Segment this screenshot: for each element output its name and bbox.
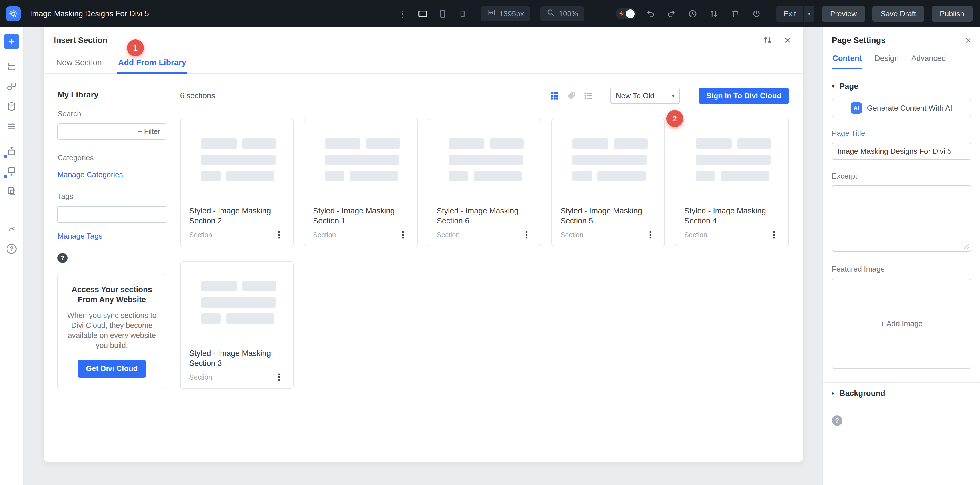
trash-icon[interactable] xyxy=(728,7,742,21)
sign-in-divi-cloud-button[interactable]: Sign In To Divi Cloud xyxy=(699,88,789,104)
viewport-width-control[interactable]: 1395px xyxy=(480,6,530,21)
tab-content[interactable]: Content xyxy=(832,53,863,69)
builder-settings-button[interactable] xyxy=(6,6,21,21)
history-icon[interactable] xyxy=(686,7,700,21)
section-card-title: Styled - Image Masking Section 3 xyxy=(181,348,293,368)
library-section-card[interactable]: Styled - Image Masking Section 3 Section… xyxy=(180,262,294,389)
sort-order-select[interactable]: New To Old ▾ xyxy=(610,88,680,104)
filter-button[interactable]: + Filter xyxy=(132,124,165,139)
card-options-icon[interactable]: ⋮ xyxy=(272,230,286,239)
library-section-card[interactable]: Styled - Image Masking Section 4 Section… xyxy=(675,119,789,246)
skeleton-block xyxy=(696,155,770,165)
database-icon[interactable] xyxy=(3,98,20,115)
help-icon[interactable]: ? xyxy=(3,241,20,257)
tab-advanced[interactable]: Advanced xyxy=(911,53,947,69)
modal-header-icons: × xyxy=(762,34,793,45)
publish-button[interactable]: Publish xyxy=(932,6,972,22)
duplicate-icon[interactable] xyxy=(3,183,20,199)
tags-input[interactable] xyxy=(57,206,166,223)
sort-order-value: New To Old xyxy=(616,91,654,100)
card-options-icon[interactable]: ⋮ xyxy=(396,230,409,239)
sun-icon: ☀ xyxy=(619,11,624,17)
section-card-title: Styled - Image Masking Section 5 xyxy=(552,206,665,226)
skeleton-block xyxy=(350,171,398,181)
phone-view-icon[interactable] xyxy=(456,7,469,21)
more-options-icon[interactable]: ⋮ xyxy=(396,7,409,21)
skeleton-block xyxy=(449,171,468,181)
tab-design[interactable]: Design xyxy=(874,53,899,69)
excerpt-label: Excerpt xyxy=(832,172,971,180)
section-card-type: Section xyxy=(684,231,707,239)
top-bar: Image Masking Designs For Divi 5 ⋮ 1395p… xyxy=(0,0,980,27)
modal-close-icon[interactable]: × xyxy=(782,34,793,45)
library-section-card[interactable]: Styled - Image Masking Section 6 Section… xyxy=(428,119,541,246)
light-dark-mode-toggle[interactable]: ☀ xyxy=(616,8,636,19)
card-options-icon[interactable]: ⋮ xyxy=(644,230,657,239)
section-card-title: Styled - Image Masking Section 2 xyxy=(181,206,293,226)
library-section-card[interactable]: Styled - Image Masking Section 1 Section… xyxy=(304,119,417,246)
tab-add-from-library[interactable]: Add From Library xyxy=(117,58,188,73)
rows-settings-icon[interactable] xyxy=(3,118,20,134)
excerpt-textarea[interactable] xyxy=(832,185,971,252)
exit-button-group: Exit ▾ xyxy=(776,6,815,22)
undo-icon[interactable] xyxy=(643,7,657,21)
layers-order-icon[interactable] xyxy=(707,7,721,21)
power-icon[interactable] xyxy=(750,7,764,21)
insert-section-modal: Insert Section × New Section Add From Li… xyxy=(44,27,803,461)
library-help-icon[interactable]: ? xyxy=(57,253,67,263)
get-divi-cloud-button[interactable]: Get Divi Cloud xyxy=(78,360,146,378)
section-card-title: Styled - Image Masking Section 1 xyxy=(304,206,417,226)
skeleton-block xyxy=(226,171,275,181)
zoom-control[interactable]: 100% xyxy=(540,6,584,21)
desktop-view-icon[interactable] xyxy=(415,7,429,21)
ai-button-label: Generate Content With AI xyxy=(867,104,952,113)
grid-view-icon[interactable] xyxy=(549,90,560,101)
save-draft-button[interactable]: Save Draft xyxy=(872,6,924,22)
add-module-button[interactable]: + xyxy=(4,34,19,49)
section-card-type: Section xyxy=(313,231,336,239)
skeleton-block xyxy=(226,313,275,324)
tag-view-icon[interactable] xyxy=(566,90,577,101)
skeleton-block xyxy=(696,171,716,181)
page-settings-panel: Page Settings × Content Design Advanced … xyxy=(822,27,980,485)
skeleton-block xyxy=(721,171,769,181)
page-group-toggle[interactable]: ▾ Page xyxy=(832,82,971,91)
redo-icon[interactable] xyxy=(665,7,678,21)
tab-new-section[interactable]: New Section xyxy=(55,58,103,73)
featured-image-box[interactable]: + Add Image xyxy=(832,279,971,369)
manage-tags-link[interactable]: Manage Tags xyxy=(57,231,102,241)
insert-section-above-icon[interactable] xyxy=(3,143,20,160)
design-elements-icon[interactable] xyxy=(3,78,20,94)
list-view-icon[interactable] xyxy=(583,90,594,101)
generate-content-ai-button[interactable]: AI Generate Content With AI xyxy=(832,99,971,117)
onboarding-step-1-badge[interactable]: 1 xyxy=(127,40,144,56)
resize-grip-icon[interactable] xyxy=(964,244,969,249)
caret-down-icon: ▾ xyxy=(832,83,835,89)
page-title-input[interactable] xyxy=(832,143,971,160)
exit-dropdown-caret[interactable]: ▾ xyxy=(803,6,815,22)
background-group-toggle[interactable]: ▸ Background xyxy=(823,383,980,404)
sort-arrows-icon[interactable] xyxy=(762,34,773,45)
library-section-card[interactable]: Styled - Image Masking Section 2 Section… xyxy=(180,119,294,246)
card-options-icon[interactable]: ⋮ xyxy=(272,373,286,382)
panel-help-icon[interactable]: ? xyxy=(832,415,842,426)
onboarding-step-2-badge[interactable]: 2 xyxy=(667,110,683,127)
skeleton-block xyxy=(325,171,344,181)
insert-section-below-icon[interactable] xyxy=(3,163,20,179)
search-input[interactable] xyxy=(58,124,132,139)
panel-close-icon[interactable]: × xyxy=(966,35,971,45)
card-options-icon[interactable]: ⋮ xyxy=(767,230,781,239)
cut-icon[interactable]: ✂ xyxy=(3,221,20,237)
tablet-view-icon[interactable] xyxy=(436,7,449,21)
left-toolbar: + ✂ ? xyxy=(0,27,24,485)
section-card-meta: Section ⋮ xyxy=(676,226,788,246)
skeleton-block xyxy=(573,138,608,149)
section-cards-grid: Styled - Image Masking Section 2 Section… xyxy=(180,119,789,389)
card-options-icon[interactable]: ⋮ xyxy=(520,230,533,239)
manage-categories-link[interactable]: Manage Categories xyxy=(57,170,123,179)
library-section-card[interactable]: Styled - Image Masking Section 5 Section… xyxy=(551,119,665,246)
skeleton-block xyxy=(449,138,484,149)
layers-panel-icon[interactable] xyxy=(3,58,20,75)
preview-button[interactable]: Preview xyxy=(822,6,865,22)
exit-button[interactable]: Exit xyxy=(776,6,803,22)
